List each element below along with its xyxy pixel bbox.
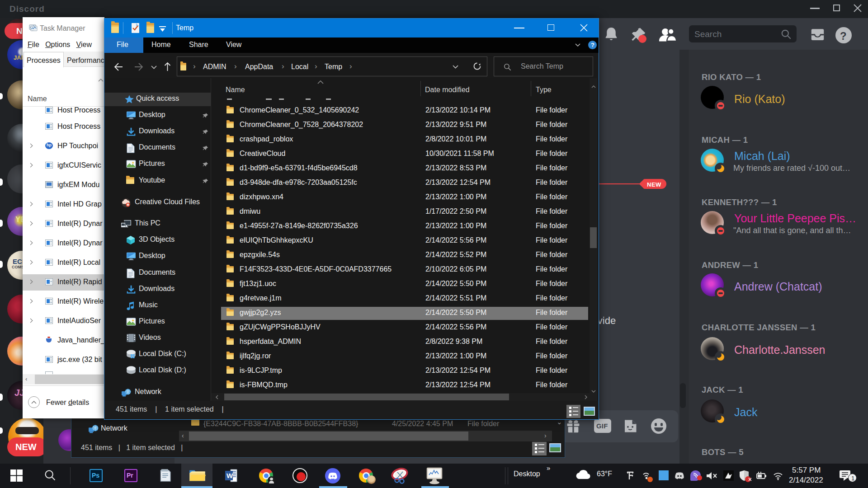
svg-text:W: W bbox=[226, 472, 233, 479]
